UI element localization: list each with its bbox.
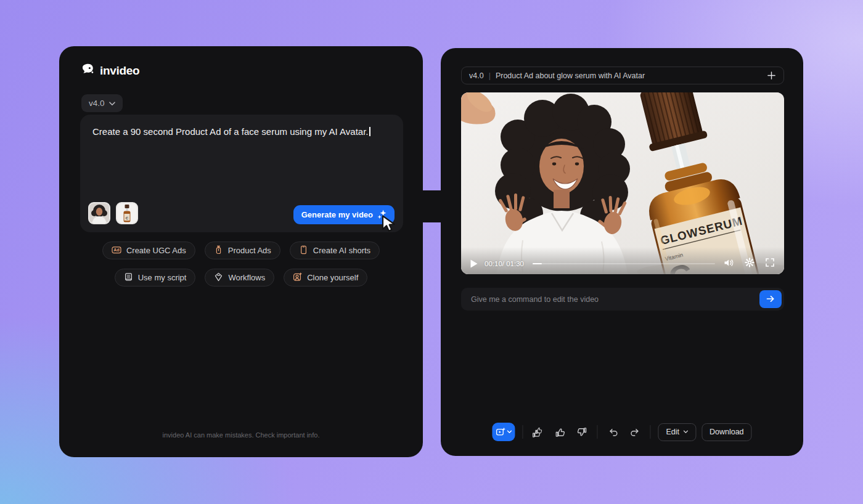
chip-use-my-script[interactable]: Use my script — [115, 269, 196, 287]
chip-create-ai-shorts[interactable]: Create AI shorts — [290, 242, 380, 259]
invideo-logo: invideo — [81, 63, 139, 79]
video-controls-bar: 00:10/ 01:30 — [461, 247, 784, 274]
chip-label: Workflows — [228, 273, 265, 282]
header-version-label: v4.0 — [469, 71, 484, 80]
header-divider: | — [489, 71, 491, 80]
project-header-tab[interactable]: v4.0 | Product Ad about glow serum with … — [461, 67, 784, 84]
script-icon — [124, 272, 133, 283]
thumbs-up-button[interactable] — [552, 424, 568, 440]
phone-icon — [299, 245, 308, 256]
gear-icon[interactable] — [745, 258, 755, 270]
toolbar-divider — [597, 425, 597, 439]
fullscreen-icon[interactable] — [765, 258, 775, 270]
command-input[interactable] — [471, 295, 759, 304]
chevron-down-icon — [683, 430, 688, 434]
time-display: 00:10/ 01:30 — [485, 260, 524, 267]
workflow-icon — [214, 272, 223, 283]
panel-connector-bridge — [420, 190, 443, 222]
mouse-cursor — [380, 214, 397, 236]
chip-workflows[interactable]: Workflows — [205, 269, 274, 287]
undo-button[interactable] — [605, 424, 621, 440]
chip-label: Product Ads — [228, 246, 271, 255]
output-toolbar: Edit Download — [492, 423, 751, 441]
chip-clone-yourself[interactable]: Clone yourself — [284, 269, 367, 287]
invideo-logo-icon — [81, 63, 95, 79]
text-caret — [369, 127, 370, 136]
ai-video-generate-button[interactable] — [492, 423, 515, 441]
clone-person-icon — [293, 272, 302, 283]
generate-video-label: Generate my video — [301, 210, 373, 219]
svg-text:C: C — [126, 216, 129, 220]
chip-label: Create UGC Ads — [126, 246, 186, 255]
arrow-right-icon — [766, 294, 775, 305]
disclaimer-text: invideo AI can make mistakes. Check impo… — [59, 431, 423, 439]
download-button-label: Download — [710, 428, 744, 436]
invideo-logo-text: invideo — [100, 64, 139, 78]
volume-icon[interactable] — [724, 258, 734, 270]
chip-create-ugc-ads[interactable]: Ad Create UGC Ads — [102, 242, 195, 259]
toolbar-divider — [650, 425, 650, 439]
play-icon[interactable] — [470, 259, 478, 268]
thumbs-down-button[interactable] — [573, 424, 589, 440]
send-command-button[interactable] — [759, 290, 782, 308]
chevron-down-icon — [109, 99, 115, 108]
prompt-panel: invideo v4.0 Create a 90 second Product … — [59, 46, 423, 457]
new-project-plus-icon[interactable] — [767, 71, 776, 80]
edit-command-bar — [461, 288, 784, 311]
suggestion-chips-row-2: Use my script Workflows Clone yourself — [59, 269, 423, 287]
chip-label: Use my script — [138, 273, 187, 282]
header-title: Product Ad about glow serum with AI Avat… — [496, 71, 645, 80]
progress-fill — [533, 263, 542, 265]
svg-text:Ad: Ad — [113, 248, 119, 252]
chip-product-ads[interactable]: Product Ads — [205, 242, 280, 259]
edit-button[interactable]: Edit — [658, 423, 696, 441]
chip-label: Clone yourself — [307, 273, 358, 282]
bottle-thumbnail[interactable]: C — [116, 202, 138, 224]
chevron-down-icon — [507, 430, 512, 434]
serum-bottle-icon — [214, 245, 223, 256]
suggestion-chips-row-1: Ad Create UGC Ads Product Ads Create AI … — [59, 242, 423, 259]
output-panel: v4.0 | Product Ad about glow serum with … — [441, 48, 803, 456]
ad-badge-icon: Ad — [112, 245, 121, 256]
download-button[interactable]: Download — [701, 423, 752, 441]
double-thumbs-up-button[interactable] — [530, 424, 546, 440]
generate-video-button[interactable]: Generate my video — [293, 205, 395, 224]
edit-button-label: Edit — [666, 428, 679, 436]
progress-bar[interactable] — [533, 263, 715, 265]
video-player[interactable]: GLOWSERUM Vitamin C Vitamin C 10% serum … — [461, 92, 784, 274]
attachment-thumbnails: C — [88, 202, 138, 224]
redo-button[interactable] — [626, 424, 642, 440]
toolbar-divider — [522, 425, 523, 439]
avatar-thumbnail[interactable] — [88, 202, 110, 224]
version-label: v4.0 — [89, 99, 105, 108]
chip-label: Create AI shorts — [313, 246, 370, 255]
prompt-input[interactable]: Create a 90 second Product Ad of a face … — [80, 115, 403, 232]
version-dropdown[interactable]: v4.0 — [81, 94, 123, 112]
prompt-text: Create a 90 second Product Ad of a face … — [92, 126, 391, 138]
